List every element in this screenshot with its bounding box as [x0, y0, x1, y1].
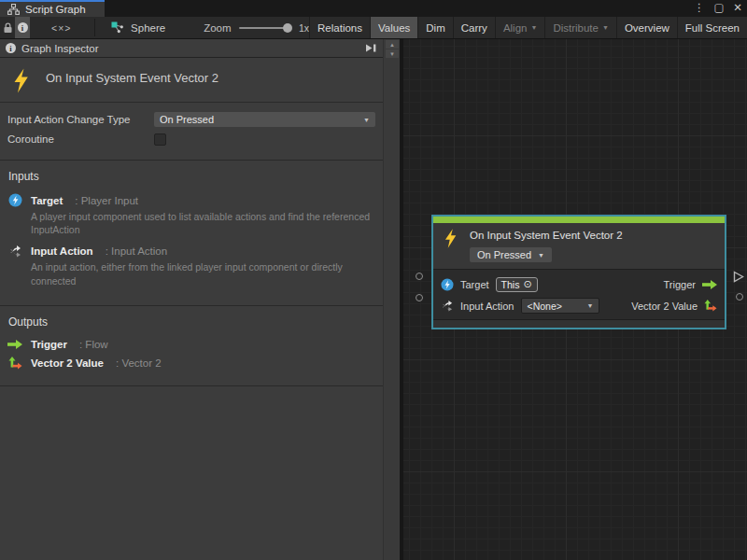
carry-button[interactable]: Carry [453, 17, 495, 38]
node-row-target-trigger: Target This ⊙ Trigger [433, 273, 725, 295]
input-action-icon [441, 300, 454, 312]
input-action-icon [7, 245, 22, 258]
outputs-section: Outputs Trigger : Flow [0, 306, 383, 386]
vector2-port-label: Vector 2 Value [631, 301, 698, 312]
graph-canvas[interactable]: On Input System Event Vector 2 On Presse… [400, 39, 747, 560]
input-action-input-port[interactable] [416, 294, 423, 301]
carry-label: Carry [461, 22, 487, 34]
output-port-vector2: Vector 2 Value : Vector 2 [7, 357, 375, 370]
overview-button[interactable]: Overview [616, 17, 677, 38]
values-button[interactable]: Values [370, 17, 417, 38]
port-type: : Input Action [106, 245, 168, 257]
relations-button[interactable]: Relations [309, 17, 370, 38]
inspector-empty-area [0, 386, 383, 390]
change-type-label: Input Action Change Type [7, 114, 154, 125]
change-type-value: On Pressed [160, 114, 214, 125]
target-port-label: Target [460, 279, 489, 290]
target-icon: ⊙ [523, 279, 531, 289]
port-head: Input Action : Input Action [7, 245, 375, 258]
unit-settings: Input Action Change Type On Pressed ▼ Co… [0, 103, 383, 161]
script-graph-icon [7, 4, 20, 15]
event-node-accent-strip [433, 217, 725, 223]
coroutine-label: Coroutine [7, 133, 154, 145]
vector2-icon [7, 357, 22, 370]
coroutine-row: Coroutine [7, 131, 375, 147]
port-type: : Vector 2 [116, 357, 162, 369]
inspector-scrollbar[interactable]: ▲ ▼ [383, 39, 400, 560]
port-name: Input Action [31, 245, 93, 257]
event-bolt-icon [444, 228, 458, 249]
node-mode-value: On Pressed [477, 249, 531, 260]
tab-label: Script Graph [25, 4, 86, 15]
target-this-button[interactable]: This ⊙ [496, 277, 538, 292]
input-port-input-action: Input Action : Input Action An input act… [7, 245, 375, 287]
node-on-input-system-event-vector2[interactable]: On Input System Event Vector 2 On Presse… [431, 215, 726, 329]
dim-button[interactable]: Dim [417, 17, 452, 38]
vector2-output-port[interactable] [736, 293, 743, 301]
zoom-slider-handle[interactable] [283, 23, 292, 33]
scroll-up-icon[interactable]: ▲ [386, 40, 399, 49]
zoom-slider[interactable] [239, 27, 291, 29]
close-icon[interactable]: ✕ [733, 3, 742, 14]
graph-owner-icon [111, 21, 124, 34]
inputs-section: Inputs Target : Player Input A player in… [0, 161, 383, 306]
graph-inspector-toggle-button[interactable]: i [15, 17, 30, 38]
node-frame[interactable]: On Input System Event Vector 2 On Presse… [431, 215, 726, 329]
graph-toolbar: i <×> Sphere Zoom 1x Relations Values Di… [0, 17, 747, 39]
graph-inspector-header[interactable]: i Graph Inspector [0, 39, 383, 58]
node-row-inputaction-vector2: Input Action <None> ▼ Vector 2 Value [433, 295, 725, 316]
dock-icon [364, 43, 377, 53]
info-icon: i [18, 22, 28, 33]
node-mode-dropdown[interactable]: On Pressed ▼ [470, 247, 552, 262]
maximize-icon[interactable]: ▢ [713, 3, 724, 14]
window-tab-bar: Script Graph ⋮ ▢ ✕ [0, 0, 747, 17]
lock-icon [3, 22, 13, 34]
input-port-target: Target : Player Input A player input com… [7, 193, 375, 236]
flow-arrow-icon [702, 280, 717, 289]
port-type: : Flow [79, 339, 108, 350]
target-input-port[interactable] [416, 273, 423, 280]
change-type-dropdown[interactable]: On Pressed ▼ [154, 112, 375, 127]
output-port-trigger: Trigger : Flow [7, 339, 375, 350]
node-header[interactable]: On Input System Event Vector 2 On Presse… [433, 223, 725, 270]
fullscreen-button[interactable]: Full Screen [677, 17, 747, 38]
scroll-down-icon[interactable]: ▼ [386, 49, 399, 58]
zoom-level-value: 1x [299, 22, 309, 34]
node-title: On Input System Event Vector 2 [470, 230, 623, 241]
outputs-section-title: Outputs [8, 315, 375, 329]
port-name: Target [31, 195, 63, 206]
vector2-icon [704, 300, 717, 312]
node-footer [433, 319, 725, 328]
chevron-down-icon: ▼ [530, 24, 537, 31]
tab-script-graph[interactable]: Script Graph [0, 0, 105, 17]
coroutine-checkbox[interactable] [154, 133, 166, 146]
zoom-label: Zoom [204, 22, 231, 34]
distribute-dropdown-button[interactable]: Distribute ▼ [544, 17, 616, 38]
toolbar-divider [94, 19, 95, 36]
window-menu-icon[interactable]: ⋮ [694, 3, 705, 14]
event-bolt-icon [12, 68, 30, 93]
selection-breadcrumb[interactable]: Sphere [104, 17, 173, 38]
flow-arrow-icon [7, 340, 22, 349]
port-description: An input action, either from the linked … [31, 260, 375, 287]
relations-label: Relations [317, 22, 362, 34]
chevron-down-icon: ▼ [538, 252, 544, 259]
chevron-down-icon: ▼ [363, 117, 370, 123]
port-head: Target : Player Input [7, 193, 375, 207]
port-name: Trigger [31, 339, 67, 350]
align-label: Align [503, 22, 528, 34]
lock-button[interactable] [0, 17, 15, 38]
chevron-down-icon: ▼ [602, 24, 609, 31]
trigger-port-label: Trigger [664, 279, 696, 290]
blackboard-toggle-button[interactable]: <×> [44, 17, 78, 38]
graph-inspector-panel: i Graph Inspector On Input System Event … [0, 39, 383, 560]
chevron-down-icon: ▼ [587, 302, 594, 309]
align-dropdown-button[interactable]: Align ▼ [495, 17, 545, 38]
dim-label: Dim [426, 22, 444, 34]
values-label: Values [378, 22, 410, 34]
dock-panel-button[interactable] [364, 43, 377, 53]
flow-port-triangle-icon [733, 271, 744, 283]
port-type: : Player Input [75, 195, 138, 206]
input-action-dropdown[interactable]: <None> ▼ [521, 298, 599, 314]
trigger-output-port[interactable] [733, 270, 744, 287]
